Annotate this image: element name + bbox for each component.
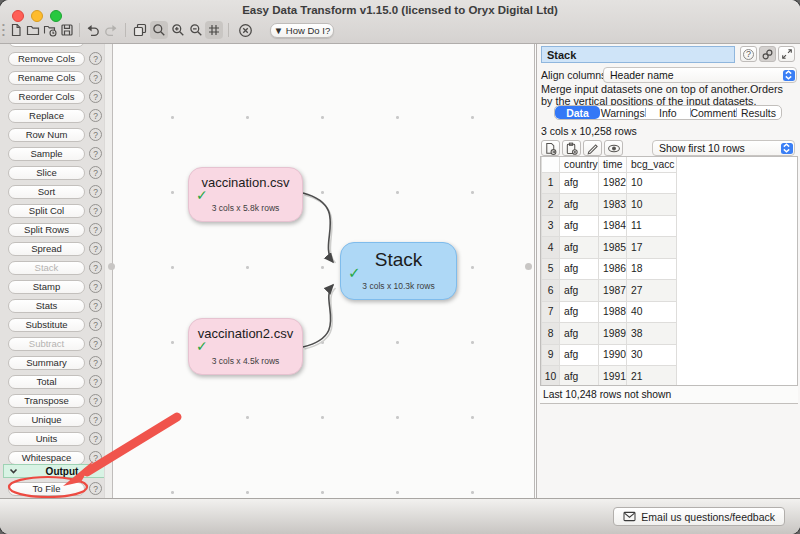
help-icon[interactable]: ? — [89, 318, 102, 331]
data-cell[interactable]: afg — [560, 301, 599, 323]
data-cell[interactable]: 1983 — [599, 194, 627, 216]
help-icon[interactable]: ? — [89, 128, 102, 141]
help-icon[interactable]: ? — [89, 71, 102, 84]
help-icon[interactable]: ? — [89, 394, 102, 407]
data-cell[interactable]: afg — [560, 366, 599, 387]
node-stack[interactable]: Stack 3 cols x 10.3k rows — [340, 242, 457, 300]
save-button[interactable] — [58, 21, 76, 39]
help-icon[interactable]: ? — [89, 90, 102, 103]
panel-link-button[interactable] — [759, 46, 776, 62]
zoom-in-button[interactable] — [169, 21, 187, 39]
data-cell[interactable]: afg — [560, 194, 599, 216]
sidebar-item-replace[interactable]: Replace — [8, 109, 85, 123]
data-cell[interactable]: afg — [560, 280, 599, 302]
sidebar-item-total[interactable]: Total — [8, 375, 85, 389]
sidebar-item-substitute[interactable]: Substitute — [8, 318, 85, 332]
data-cell[interactable]: afg — [560, 237, 599, 259]
sidebar-item-rename-cols[interactable]: Rename Cols — [8, 71, 85, 85]
help-icon[interactable]: ? — [89, 375, 102, 388]
zoom-out-button[interactable] — [187, 21, 205, 39]
data-cell[interactable]: 21 — [627, 366, 677, 387]
sidebar-item-summary[interactable]: Summary — [8, 356, 85, 370]
column-header-time[interactable]: time — [599, 157, 627, 172]
tab-results[interactable]: Results — [736, 106, 781, 119]
row-number-cell[interactable]: 3 — [542, 215, 560, 237]
duplicate-button[interactable] — [131, 21, 149, 39]
row-number-cell[interactable]: 1 — [542, 172, 560, 194]
toggle-grid-button[interactable] — [205, 21, 223, 39]
data-cell[interactable]: 40 — [627, 301, 677, 323]
data-cell[interactable]: 17 — [627, 237, 677, 259]
data-cell[interactable]: afg — [560, 172, 599, 194]
help-icon[interactable]: ? — [89, 280, 102, 293]
node-canvas[interactable]: vaccination.csv 3 cols x 5.8k rows vacci… — [114, 44, 535, 498]
row-number-cell[interactable]: 10 — [542, 366, 560, 387]
data-cell[interactable]: afg — [560, 258, 599, 280]
show-rows-select[interactable]: Show first 10 rows — [652, 140, 795, 156]
help-icon[interactable]: ? — [89, 299, 102, 312]
data-cell[interactable]: 11 — [627, 215, 677, 237]
open-recent-button[interactable] — [41, 21, 59, 39]
sidebar-item-remove-cols[interactable]: Remove Cols — [8, 52, 85, 66]
tab-data[interactable]: Data — [555, 106, 600, 119]
data-preview-table[interactable]: countrytimebcg_vacc 1afg1982102afg198310… — [540, 156, 798, 386]
remove-item-button[interactable] — [236, 21, 254, 39]
row-number-cell[interactable]: 8 — [542, 323, 560, 345]
help-icon[interactable]: ? — [89, 52, 102, 65]
help-icon[interactable]: ? — [89, 356, 102, 369]
data-cell[interactable]: 18 — [627, 258, 677, 280]
sidebar-item-unique[interactable]: Unique — [8, 413, 85, 427]
sidebar-item-stats[interactable]: Stats — [8, 299, 85, 313]
data-cell[interactable]: 10 — [627, 172, 677, 194]
sidebar-item-units[interactable]: Units — [8, 432, 85, 446]
tab-info[interactable]: Info — [645, 106, 690, 119]
sidebar-item-to-file[interactable]: To File — [8, 482, 85, 496]
data-cell[interactable]: 1986 — [599, 258, 627, 280]
help-icon[interactable]: ? — [89, 337, 102, 350]
help-icon[interactable]: ? — [89, 204, 102, 217]
help-icon[interactable]: ? — [89, 432, 102, 445]
node-vaccination-csv[interactable]: vaccination.csv 3 cols x 5.8k rows — [188, 167, 303, 222]
data-cell[interactable]: 30 — [627, 344, 677, 366]
right-splitter-handle[interactable] — [525, 263, 532, 270]
data-cell[interactable]: afg — [560, 323, 599, 345]
redo-button[interactable] — [102, 21, 120, 39]
sidebar-item-sample[interactable]: Sample — [8, 147, 85, 161]
data-cell[interactable]: afg — [560, 344, 599, 366]
help-icon[interactable]: ? — [89, 185, 102, 198]
sidebar-section-output[interactable]: Output — [3, 464, 107, 478]
email-feedback-button[interactable]: Email us questions/feedback — [613, 507, 785, 526]
data-cell[interactable]: 1985 — [599, 237, 627, 259]
column-header-bcg_vacc[interactable]: bcg_vacc — [627, 157, 677, 172]
edit-data-button[interactable] — [583, 140, 602, 156]
row-number-cell[interactable]: 9 — [542, 344, 560, 366]
sidebar-item-reorder-cols[interactable]: Reorder Cols — [8, 90, 85, 104]
data-cell[interactable]: 1988 — [599, 301, 627, 323]
open-file-button[interactable] — [24, 21, 42, 39]
sidebar-item-transpose[interactable]: Transpose — [8, 394, 85, 408]
sidebar-item-subtract[interactable]: Subtract — [8, 337, 85, 351]
data-cell[interactable]: 38 — [627, 323, 677, 345]
data-cell[interactable]: 1989 — [599, 323, 627, 345]
left-splitter-handle[interactable] — [108, 263, 115, 270]
sidebar-item-stack[interactable]: Stack — [8, 261, 85, 275]
help-icon[interactable]: ? — [89, 223, 102, 236]
help-icon[interactable]: ? — [89, 109, 102, 122]
data-cell[interactable]: afg — [560, 215, 599, 237]
row-number-cell[interactable]: 7 — [542, 301, 560, 323]
data-cell[interactable]: 1991 — [599, 366, 627, 387]
sidebar-item-split-col[interactable]: Split Col — [8, 204, 85, 218]
sidebar-item-spread[interactable]: Spread — [8, 242, 85, 256]
sidebar-item-sort[interactable]: Sort — [8, 185, 85, 199]
sidebar-item-stamp[interactable]: Stamp — [8, 280, 85, 294]
help-icon[interactable]: ? — [89, 482, 102, 495]
how-do-i-button[interactable]: ▼ How Do I? — [270, 23, 334, 38]
new-file-button[interactable] — [7, 21, 25, 39]
undo-button[interactable] — [84, 21, 102, 39]
copy-data-button[interactable] — [541, 140, 560, 156]
help-icon[interactable]: ? — [89, 261, 102, 274]
paste-data-button[interactable] — [562, 140, 581, 156]
help-icon[interactable]: ? — [89, 451, 102, 464]
help-icon[interactable]: ? — [89, 242, 102, 255]
column-header-country[interactable]: country — [560, 157, 599, 172]
